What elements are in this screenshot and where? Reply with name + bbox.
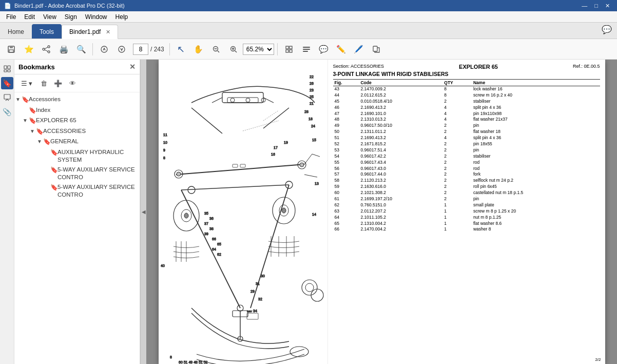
table-row: 490.96017.50.0/102pin (333, 123, 600, 129)
attachments-tool[interactable]: 📎 (1, 106, 13, 118)
tab-home[interactable]: Home (0, 24, 32, 39)
svg-line-12 (218, 51, 219, 52)
reading-mode-button[interactable] (298, 41, 315, 58)
parts-table: Fig. Code QTY Name 432.1470.009.28lock w… (333, 79, 600, 233)
export-button[interactable] (368, 41, 384, 58)
bookmark-icon: 🔖 (29, 117, 36, 125)
svg-rect-23 (303, 51, 308, 52)
bookmark-general[interactable]: ▼ 🔖 GENERAL (14, 137, 140, 147)
menu-help[interactable]: Help (111, 12, 132, 22)
page-down-button[interactable] (113, 41, 130, 58)
pdf-page: 11 10 9 8 (159, 60, 605, 364)
bookmark-button[interactable]: ⭐ (21, 41, 37, 58)
menu-bar: File Edit View Sign Window Help (0, 11, 617, 23)
bookmark-icon: 🔖 (50, 184, 57, 192)
svg-text:26: 26 (310, 82, 314, 85)
bookmarks-options-button[interactable]: ☰ ▾ (17, 76, 36, 90)
svg-line-16 (235, 51, 237, 52)
svg-point-4 (48, 46, 50, 48)
svg-rect-67 (240, 164, 245, 167)
svg-rect-20 (290, 50, 292, 52)
zoom-out-button[interactable] (208, 41, 224, 58)
svg-point-63 (302, 280, 317, 295)
svg-text:24: 24 (311, 124, 315, 128)
fit-page-button[interactable] (281, 41, 297, 58)
menu-window[interactable]: Window (81, 12, 111, 22)
table-row: 560.96017.43.02rod (333, 166, 600, 172)
tab-document-label: Binder1.pdf (69, 28, 101, 35)
svg-line-46 (263, 98, 274, 103)
menu-file[interactable]: File (2, 12, 20, 22)
svg-text:9: 9 (163, 148, 165, 152)
annotations-tool[interactable] (1, 91, 13, 104)
table-row: 530.96017.51.42pin (333, 147, 600, 154)
close-bookmarks-button[interactable]: ✕ (129, 63, 136, 71)
svg-text:62: 62 (217, 253, 221, 256)
svg-point-9 (119, 46, 125, 52)
expand-icon: ▼ (14, 96, 22, 103)
page-number-input[interactable] (133, 44, 148, 55)
svg-rect-28 (8, 70, 10, 72)
svg-line-54 (181, 190, 240, 308)
svg-text:17: 17 (274, 146, 278, 149)
svg-rect-1 (10, 46, 13, 48)
hand-tool-button[interactable]: ✋ (190, 41, 207, 58)
tab-document[interactable]: Binder1.pdf ✕ (62, 25, 118, 39)
bookmark-accessories-sub[interactable]: ▼ 🔖 ACCESSORIES (14, 126, 140, 137)
svg-line-55 (250, 185, 289, 308)
bookmarks-tool[interactable]: 🔖 (1, 77, 13, 89)
svg-rect-21 (303, 47, 310, 48)
app-icon: 📄 (4, 3, 11, 9)
tab-tools[interactable]: Tools (32, 24, 62, 39)
page-number: 2/2 (595, 357, 601, 362)
svg-line-106 (263, 110, 279, 121)
menu-view[interactable]: View (39, 12, 61, 22)
table-row: 502.1311.011.22flat washer 18 (333, 129, 600, 135)
svg-rect-26 (8, 66, 10, 69)
zoom-in-button[interactable] (225, 41, 242, 58)
table-row: 642.1011.105.21nut m 8 p.1.25 (333, 215, 600, 221)
add-bookmark-button[interactable]: ➕ (51, 76, 65, 90)
delete-bookmark-button[interactable]: 🗑 (37, 76, 50, 90)
svg-point-3 (43, 48, 45, 50)
collapse-panel-handle[interactable]: ◀ (140, 60, 146, 364)
bookmark-properties-button[interactable]: 👁 (66, 76, 79, 90)
bookmark-label: Accessories (29, 95, 137, 103)
maximize-button[interactable]: □ (591, 1, 601, 11)
bookmark-explorer65[interactable]: ▼ 🔖 EXPLORER 65 (14, 116, 140, 126)
svg-text:30: 30 (261, 274, 265, 278)
table-row: 592.1630.616.02roll pin 6x45 (333, 184, 600, 190)
highlight-button[interactable]: ✏️ (333, 41, 350, 58)
chat-icon[interactable]: 💬 (602, 25, 612, 34)
svg-rect-29 (4, 94, 10, 99)
svg-point-64 (305, 283, 314, 292)
zoom-select[interactable]: 65.2% 50% 75% 100% 125% (243, 44, 274, 55)
menu-edit[interactable]: Edit (20, 12, 39, 22)
svg-rect-25 (4, 66, 7, 69)
print-button[interactable]: 🖨️ (55, 41, 72, 58)
bookmark-5way-1[interactable]: 🔖 5-WAY AUXILIARY SERVICE CONTRO (14, 165, 140, 182)
comment-button[interactable]: 💬 (316, 41, 332, 58)
select-tool-button[interactable]: ↖ (173, 41, 189, 58)
bookmark-accessories[interactable]: ▼ 🔖 Accessories (14, 94, 140, 105)
svg-point-102 (290, 347, 308, 357)
share-button[interactable] (38, 41, 54, 58)
draw-button[interactable]: 🖊️ (351, 41, 367, 58)
bookmark-aux-hydraulic[interactable]: 🔖 AUXILIARY HYDRAULIC SYSTEM (14, 147, 140, 165)
bookmarks-title: Bookmarks (18, 63, 55, 71)
bookmark-5way-2[interactable]: 🔖 5-WAY AUXILIARY SERVICE CONTRO (14, 182, 140, 200)
bookmark-label: 5-WAY AUXILIARY SERVICE CONTRO (57, 183, 137, 199)
menu-sign[interactable]: Sign (61, 12, 81, 22)
find-button[interactable]: 🔍 (73, 41, 89, 58)
page-subtitle: 3-POINT LINKAGE WITH RIGID STABILISERS (333, 71, 600, 77)
minimize-button[interactable]: — (579, 1, 590, 11)
page-thumbnails-tool[interactable] (1, 63, 13, 75)
page-up-button[interactable] (96, 41, 112, 58)
tab-close-button[interactable]: ✕ (106, 29, 110, 35)
bookmark-index[interactable]: 🔖 Index (14, 105, 140, 116)
expand-icon: ▼ (36, 138, 43, 145)
table-row: 512.1690.413.24split pin 4 x 36 (333, 135, 600, 141)
bookmarks-header: Bookmarks ✕ (14, 60, 140, 74)
close-button[interactable]: ✕ (602, 1, 613, 11)
save-button[interactable] (3, 41, 20, 58)
